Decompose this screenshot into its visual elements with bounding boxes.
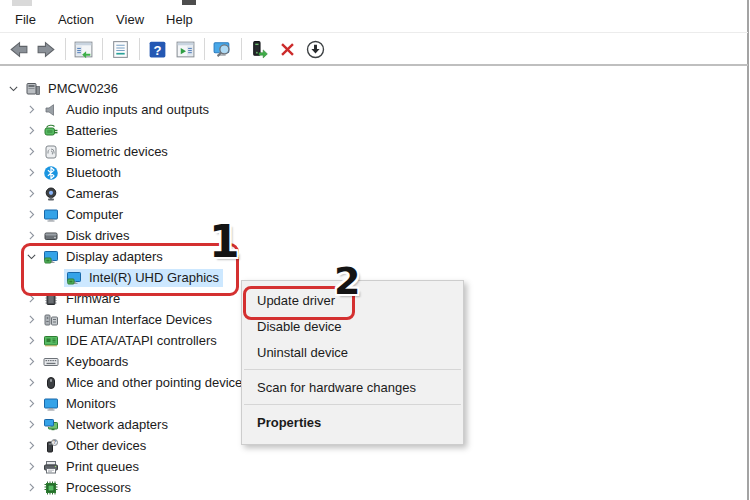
chevron-right-icon[interactable] [24,417,38,433]
tree-item-computer: Computer [0,204,127,225]
display-adapter-icon [43,249,60,265]
chevron-right-icon[interactable] [24,207,38,223]
show-console-tree-button[interactable] [70,36,96,62]
tree-item-content[interactable]: Network adapters [41,416,172,434]
tree-item-monitors: Monitors [0,393,120,414]
context-menu-item-uninstall-device[interactable]: Uninstall device [242,339,463,365]
tree-item-content[interactable]: Mice and other pointing devices [41,374,253,392]
scan-hardware-changes-button[interactable] [209,36,235,62]
tree-item-label: Intel(R) UHD Graphics [89,270,219,285]
chevron-right-icon[interactable] [24,123,38,139]
toolbar-separator [102,38,103,60]
tree-item-label: Keyboards [66,354,128,369]
menu-view[interactable]: View [105,9,155,30]
disable-down-icon [305,39,326,60]
chevron-right-icon[interactable] [24,312,38,328]
tree-item-content[interactable]: Intel(R) UHD Graphics [64,269,223,287]
chevron-down-icon[interactable] [24,249,38,265]
chevron-right-icon[interactable] [24,480,38,496]
toolbar-separator [65,38,66,60]
chevron-right-icon[interactable] [24,459,38,475]
chevron-right-icon[interactable] [24,291,38,307]
tree-item-content[interactable]: Display adapters [41,248,167,266]
tree-item-label: Network adapters [66,417,168,432]
mouse-icon [43,375,60,391]
chevron-right-icon[interactable] [24,354,38,370]
keyboard-icon [43,354,60,370]
context-menu-item-scan-for-hardware-changes[interactable]: Scan for hardware changes [242,374,463,400]
biometric-icon [43,144,60,160]
toolbar: ? [0,34,748,66]
tree-item-content[interactable]: Human Interface Devices [41,311,216,329]
toolbar-separator [139,38,140,60]
tree-item-mice-and-other-pointing-devices: Mice and other pointing devices [0,372,253,393]
action-pane-icon [175,39,196,60]
chevron-right-icon[interactable] [24,396,38,412]
context-menu-item-disable-device[interactable]: Disable device [242,313,463,339]
tree-item-bluetooth: Bluetooth [0,162,125,183]
context-menu-item-properties[interactable]: Properties [242,409,463,436]
tree-item-content[interactable]: Batteries [41,122,121,140]
back-button[interactable] [5,36,31,62]
tree-item-content[interactable]: Audio inputs and outputs [41,101,213,119]
tree-item-content[interactable]: Biometric devices [41,143,172,161]
tree-item-label: Biometric devices [66,144,168,159]
chevron-down-icon[interactable] [6,81,20,97]
chevron-right-icon[interactable] [24,438,38,454]
tree-item-content[interactable]: Monitors [41,395,120,413]
context-menu: Update driverDisable deviceUninstall dev… [241,280,464,445]
chevron-right-icon[interactable] [24,165,38,181]
context-menu-separator [244,404,461,405]
tree-item-content[interactable]: Bluetooth [41,164,125,182]
tree-item-content[interactable]: ?Other devices [41,437,150,455]
chevron-right-icon[interactable] [24,186,38,202]
tree-item-pmcw0236: PMCW0236 [0,78,122,99]
tree-item-label: Monitors [66,396,116,411]
tree-item-content[interactable]: Keyboards [41,353,132,371]
toolbar-separator [204,38,205,60]
tree-item-label: Processors [66,480,131,495]
device-manager-window: FileActionViewHelp ? PMCW0236Audio input… [0,0,750,500]
tree-item-content[interactable]: Disk drives [41,227,134,245]
menu-file[interactable]: File [4,9,47,30]
tree-item-processors: Processors [0,477,135,498]
chevron-right-icon[interactable] [24,144,38,160]
display-adapter-icon [66,270,83,286]
uninstall-x-icon [277,39,298,60]
tree-item-content[interactable]: Cameras [41,185,123,203]
menu-action[interactable]: Action [47,9,105,30]
tree-item-content[interactable]: Computer [41,206,127,224]
tree-item-print-queues: Print queues [0,456,143,477]
tree-item-content[interactable]: Print queues [41,458,143,476]
update-driver-button[interactable] [246,36,272,62]
tree-item-label: Batteries [66,123,117,138]
disable-device-button[interactable] [302,36,328,62]
tree-item-content[interactable]: Processors [41,479,135,497]
tree-item-human-interface-devices: Human Interface Devices [0,309,216,330]
tree-item-label: Cameras [66,186,119,201]
tree-item-label: Human Interface Devices [66,312,212,327]
context-menu-item-update-driver[interactable]: Update driver [242,287,463,313]
chevron-right-icon[interactable] [24,102,38,118]
context-menu-item-label: Properties [257,415,321,430]
list-icon [110,39,131,60]
tree-item-content[interactable]: Firmware [41,290,124,308]
chevron-right-icon[interactable] [24,228,38,244]
toolbar-separator [241,38,242,60]
help-button[interactable]: ? [144,36,170,62]
chevron-right-icon[interactable] [24,333,38,349]
back-icon [8,39,29,60]
tree-item-label: Computer [66,207,123,222]
show-action-pane-button[interactable] [172,36,198,62]
tree-item-network-adapters: Network adapters [0,414,172,435]
tree-item-disk-drives: Disk drives [0,225,134,246]
properties-list-button[interactable] [107,36,133,62]
menu-help[interactable]: Help [155,9,204,30]
tree-item-content[interactable]: IDE ATA/ATAPI controllers [41,332,221,350]
monitor-icon [43,207,60,223]
other-device-icon: ? [43,438,60,454]
tree-item-content[interactable]: PMCW0236 [23,80,122,98]
forward-button[interactable] [33,36,59,62]
chevron-right-icon[interactable] [24,375,38,391]
uninstall-device-button[interactable] [274,36,300,62]
